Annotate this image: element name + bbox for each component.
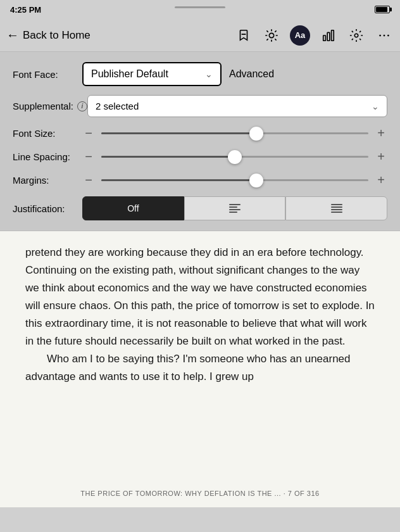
svg-rect-1 [323, 35, 326, 41]
aa-label: Aa [295, 30, 306, 40]
font-size-increase-button[interactable]: + [375, 126, 387, 141]
margins-slider[interactable] [101, 179, 368, 181]
supplemental-label: Supplemental: i [13, 101, 87, 111]
svg-rect-2 [327, 32, 330, 41]
margins-decrease-button[interactable]: − [82, 173, 95, 187]
book-paragraph-2: Who am I to be saying this? I'm someone … [25, 350, 375, 386]
svg-rect-10 [229, 209, 241, 210]
book-footer: THE PRICE OF TOMORROW: WHY DEFLATION IS … [0, 484, 400, 507]
margins-increase-button[interactable]: + [375, 173, 387, 187]
margins-slider-row: − + [82, 173, 387, 187]
align-justify-icon [331, 203, 342, 213]
svg-point-4 [354, 34, 358, 37]
chart-icon [322, 28, 335, 42]
supplemental-value: 2 selected [96, 101, 139, 111]
line-spacing-decrease-button[interactable]: − [82, 149, 95, 164]
svg-rect-13 [331, 206, 342, 208]
advanced-button[interactable]: Advanced [229, 68, 274, 80]
line-spacing-label: Line Spacing: [13, 151, 82, 162]
svg-rect-14 [331, 209, 342, 210]
line-spacing-row: Line Spacing: − + [13, 149, 387, 164]
line-spacing-increase-button[interactable]: + [375, 149, 387, 164]
bookmark-icon [237, 28, 251, 42]
info-icon[interactable]: i [77, 101, 87, 111]
margins-row: Margins: − + [13, 173, 387, 187]
svg-rect-3 [332, 30, 334, 41]
book-text: pretend they are working because they di… [25, 244, 375, 386]
settings-button[interactable] [347, 26, 366, 45]
margins-label: Margins: [13, 175, 82, 186]
svg-point-0 [269, 33, 273, 37]
back-button[interactable]: ← Back to Home [6, 28, 234, 42]
more-button[interactable] [375, 26, 394, 45]
font-size-row: Font Size: − + [13, 126, 387, 141]
svg-rect-15 [331, 212, 342, 213]
nav-icons: Aa [234, 25, 394, 46]
justification-row: Justification: Off [13, 196, 387, 220]
notch [175, 6, 225, 8]
justification-off-button[interactable]: Off [82, 196, 184, 220]
font-face-dropdown[interactable]: Publisher Default ⌄ [82, 62, 222, 86]
svg-rect-9 [229, 206, 237, 208]
justification-full-button[interactable] [285, 196, 387, 220]
font-button[interactable]: Aa [290, 25, 310, 46]
supplemental-row: Supplemental: i 2 selected ⌄ [13, 95, 387, 117]
battery-icon [375, 6, 390, 13]
status-icons [375, 6, 390, 13]
supplemental-dropdown[interactable]: 2 selected ⌄ [87, 95, 387, 117]
font-face-controls: Publisher Default ⌄ Advanced [82, 62, 387, 86]
svg-rect-11 [229, 212, 237, 213]
brightness-icon [265, 28, 278, 42]
justification-left-button[interactable] [184, 196, 286, 220]
bookmark-button[interactable] [234, 26, 253, 45]
font-size-label: Font Size: [13, 128, 82, 139]
line-spacing-slider[interactable] [101, 156, 368, 158]
more-icon [377, 28, 391, 42]
supplemental-arrow-icon: ⌄ [372, 101, 379, 111]
nav-bar: ← Back to Home Aa [0, 19, 400, 52]
back-label: Back to Home [23, 29, 91, 42]
font-face-row: Font Face: Publisher Default ⌄ Advanced [13, 62, 387, 86]
chart-button[interactable] [319, 26, 338, 45]
book-content: pretend they are working because they di… [0, 231, 400, 484]
svg-rect-12 [331, 204, 342, 205]
font-size-slider-row: − + [82, 126, 387, 141]
font-face-label: Font Face: [13, 69, 82, 80]
font-face-arrow-icon: ⌄ [205, 69, 213, 79]
font-face-value: Publisher Default [91, 68, 168, 80]
book-footer-text: THE PRICE OF TOMORROW: WHY DEFLATION IS … [80, 490, 319, 497]
book-paragraph-1: pretend they are working because they di… [25, 244, 375, 350]
svg-point-6 [384, 34, 385, 36]
settings-panel: Font Face: Publisher Default ⌄ Advanced … [0, 52, 400, 231]
justification-label: Justification: [13, 203, 82, 214]
svg-point-5 [379, 34, 381, 36]
font-size-decrease-button[interactable]: − [82, 126, 95, 141]
svg-point-7 [387, 34, 389, 36]
status-time: 4:25 PM [10, 5, 41, 15]
gear-icon [349, 28, 363, 42]
svg-rect-8 [229, 204, 241, 205]
status-bar: 4:25 PM [0, 0, 400, 19]
brightness-button[interactable] [262, 26, 281, 45]
font-size-slider[interactable] [101, 132, 368, 134]
back-arrow-icon: ← [6, 28, 19, 42]
align-left-icon [229, 203, 241, 213]
justification-controls: Off [82, 196, 387, 220]
line-spacing-slider-row: − + [82, 149, 387, 164]
